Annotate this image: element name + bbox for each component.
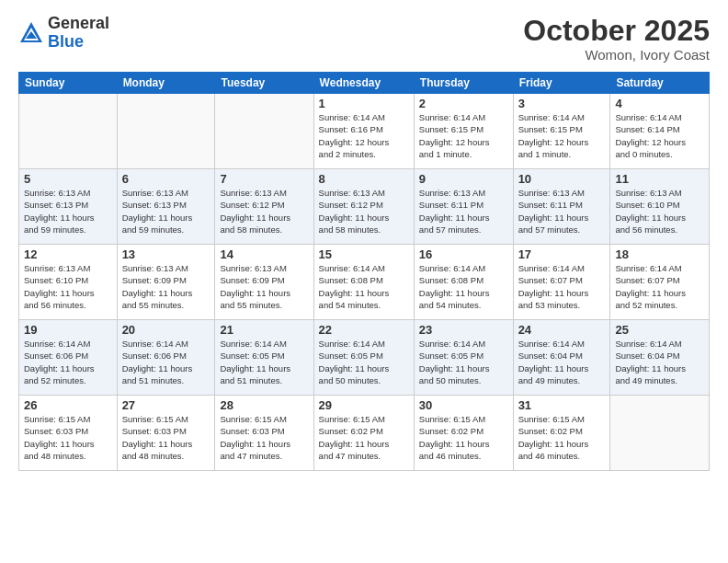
- day-info: Sunrise: 6:15 AM Sunset: 6:02 PM Dayligh…: [319, 413, 409, 462]
- table-row: 16Sunrise: 6:14 AM Sunset: 6:08 PM Dayli…: [414, 245, 513, 320]
- day-number: 17: [518, 247, 606, 261]
- table-row: [117, 94, 215, 169]
- day-number: 21: [220, 323, 308, 337]
- table-row: 22Sunrise: 6:14 AM Sunset: 6:05 PM Dayli…: [313, 320, 414, 396]
- table-row: 18Sunrise: 6:14 AM Sunset: 6:07 PM Dayli…: [610, 245, 710, 320]
- table-row: [19, 94, 118, 169]
- day-info: Sunrise: 6:14 AM Sunset: 6:05 PM Dayligh…: [220, 338, 308, 386]
- day-info: Sunrise: 6:15 AM Sunset: 6:02 PM Dayligh…: [518, 413, 606, 462]
- table-row: [610, 396, 710, 471]
- day-info: Sunrise: 6:13 AM Sunset: 6:12 PM Dayligh…: [319, 187, 409, 236]
- day-number: 31: [518, 398, 606, 412]
- day-number: 14: [220, 247, 308, 261]
- day-number: 15: [319, 247, 409, 261]
- table-row: 7Sunrise: 6:13 AM Sunset: 6:12 PM Daylig…: [215, 169, 313, 245]
- day-number: 3: [518, 97, 606, 110]
- day-number: 29: [319, 398, 409, 412]
- table-row: 28Sunrise: 6:15 AM Sunset: 6:03 PM Dayli…: [215, 396, 313, 471]
- day-info: Sunrise: 6:14 AM Sunset: 6:15 PM Dayligh…: [518, 111, 606, 160]
- calendar-header-row: Sunday Monday Tuesday Wednesday Thursday…: [19, 73, 710, 94]
- logo-text: General Blue: [48, 15, 109, 52]
- day-info: Sunrise: 6:14 AM Sunset: 6:04 PM Dayligh…: [518, 338, 606, 386]
- day-number: 10: [518, 172, 606, 186]
- table-row: 13Sunrise: 6:13 AM Sunset: 6:09 PM Dayli…: [117, 245, 215, 320]
- day-info: Sunrise: 6:14 AM Sunset: 6:06 PM Dayligh…: [24, 338, 112, 386]
- day-number: 30: [419, 398, 508, 412]
- day-info: Sunrise: 6:15 AM Sunset: 6:03 PM Dayligh…: [122, 413, 210, 462]
- day-info: Sunrise: 6:15 AM Sunset: 6:02 PM Dayligh…: [419, 413, 508, 462]
- table-row: 9Sunrise: 6:13 AM Sunset: 6:11 PM Daylig…: [414, 169, 513, 245]
- calendar-week-row: 1Sunrise: 6:14 AM Sunset: 6:16 PM Daylig…: [19, 94, 710, 169]
- table-row: 4Sunrise: 6:14 AM Sunset: 6:14 PM Daylig…: [610, 94, 710, 169]
- table-row: 25Sunrise: 6:14 AM Sunset: 6:04 PM Dayli…: [610, 320, 710, 396]
- day-info: Sunrise: 6:14 AM Sunset: 6:08 PM Dayligh…: [319, 262, 409, 311]
- day-info: Sunrise: 6:14 AM Sunset: 6:05 PM Dayligh…: [419, 338, 508, 386]
- day-number: 23: [419, 323, 508, 337]
- table-row: 19Sunrise: 6:14 AM Sunset: 6:06 PM Dayli…: [19, 320, 118, 396]
- day-number: 19: [24, 323, 112, 337]
- day-info: Sunrise: 6:13 AM Sunset: 6:09 PM Dayligh…: [220, 262, 308, 311]
- day-number: 12: [24, 247, 112, 261]
- day-number: 24: [518, 323, 606, 337]
- day-info: Sunrise: 6:13 AM Sunset: 6:11 PM Dayligh…: [419, 187, 508, 236]
- table-row: 24Sunrise: 6:14 AM Sunset: 6:04 PM Dayli…: [513, 320, 610, 396]
- table-row: 15Sunrise: 6:14 AM Sunset: 6:08 PM Dayli…: [313, 245, 414, 320]
- day-info: Sunrise: 6:13 AM Sunset: 6:13 PM Dayligh…: [122, 187, 210, 236]
- table-row: 2Sunrise: 6:14 AM Sunset: 6:15 PM Daylig…: [414, 94, 513, 169]
- day-number: 20: [122, 323, 210, 337]
- day-number: 9: [419, 172, 508, 186]
- day-number: 11: [615, 172, 704, 186]
- calendar-week-row: 19Sunrise: 6:14 AM Sunset: 6:06 PM Dayli…: [19, 320, 710, 396]
- day-number: 16: [419, 247, 508, 261]
- table-row: 10Sunrise: 6:13 AM Sunset: 6:11 PM Dayli…: [513, 169, 610, 245]
- table-row: 14Sunrise: 6:13 AM Sunset: 6:09 PM Dayli…: [215, 245, 313, 320]
- day-number: 5: [24, 172, 112, 186]
- table-row: [215, 94, 313, 169]
- table-row: 29Sunrise: 6:15 AM Sunset: 6:02 PM Dayli…: [313, 396, 414, 471]
- table-row: 21Sunrise: 6:14 AM Sunset: 6:05 PM Dayli…: [215, 320, 313, 396]
- col-monday: Monday: [117, 73, 215, 94]
- table-row: 6Sunrise: 6:13 AM Sunset: 6:13 PM Daylig…: [117, 169, 215, 245]
- page: General Blue October 2025 Womon, Ivory C…: [0, 0, 728, 563]
- logo-blue-label: Blue: [48, 33, 109, 52]
- day-info: Sunrise: 6:13 AM Sunset: 6:10 PM Dayligh…: [24, 262, 112, 311]
- day-info: Sunrise: 6:15 AM Sunset: 6:03 PM Dayligh…: [24, 413, 112, 462]
- day-number: 26: [24, 398, 112, 412]
- location-subtitle: Womon, Ivory Coast: [523, 47, 710, 63]
- table-row: 31Sunrise: 6:15 AM Sunset: 6:02 PM Dayli…: [513, 396, 610, 471]
- table-row: 17Sunrise: 6:14 AM Sunset: 6:07 PM Dayli…: [513, 245, 610, 320]
- logo-general-label: General: [48, 15, 109, 33]
- day-info: Sunrise: 6:15 AM Sunset: 6:03 PM Dayligh…: [220, 413, 308, 462]
- logo-icon: [18, 20, 44, 46]
- day-info: Sunrise: 6:13 AM Sunset: 6:10 PM Dayligh…: [615, 187, 704, 236]
- day-number: 4: [615, 97, 704, 110]
- day-number: 7: [220, 172, 308, 186]
- col-sunday: Sunday: [19, 73, 118, 94]
- calendar-week-row: 5Sunrise: 6:13 AM Sunset: 6:13 PM Daylig…: [19, 169, 710, 245]
- day-info: Sunrise: 6:14 AM Sunset: 6:04 PM Dayligh…: [615, 338, 704, 386]
- day-number: 27: [122, 398, 210, 412]
- day-info: Sunrise: 6:14 AM Sunset: 6:07 PM Dayligh…: [518, 262, 606, 311]
- col-wednesday: Wednesday: [313, 73, 414, 94]
- table-row: 20Sunrise: 6:14 AM Sunset: 6:06 PM Dayli…: [117, 320, 215, 396]
- day-info: Sunrise: 6:14 AM Sunset: 6:07 PM Dayligh…: [615, 262, 704, 311]
- day-info: Sunrise: 6:13 AM Sunset: 6:11 PM Dayligh…: [518, 187, 606, 236]
- day-number: 25: [615, 323, 704, 337]
- col-friday: Friday: [513, 73, 610, 94]
- day-number: 8: [319, 172, 409, 186]
- month-title: October 2025: [523, 15, 710, 47]
- calendar-week-row: 26Sunrise: 6:15 AM Sunset: 6:03 PM Dayli…: [19, 396, 710, 471]
- table-row: 3Sunrise: 6:14 AM Sunset: 6:15 PM Daylig…: [513, 94, 610, 169]
- day-info: Sunrise: 6:14 AM Sunset: 6:16 PM Dayligh…: [319, 111, 409, 160]
- day-info: Sunrise: 6:14 AM Sunset: 6:08 PM Dayligh…: [419, 262, 508, 311]
- logo: General Blue: [18, 15, 109, 52]
- day-number: 22: [319, 323, 409, 337]
- table-row: 27Sunrise: 6:15 AM Sunset: 6:03 PM Dayli…: [117, 396, 215, 471]
- calendar-table: Sunday Monday Tuesday Wednesday Thursday…: [18, 72, 710, 471]
- day-number: 13: [122, 247, 210, 261]
- day-number: 28: [220, 398, 308, 412]
- day-info: Sunrise: 6:13 AM Sunset: 6:13 PM Dayligh…: [24, 187, 112, 236]
- title-area: October 2025 Womon, Ivory Coast: [523, 15, 710, 63]
- day-info: Sunrise: 6:13 AM Sunset: 6:12 PM Dayligh…: [220, 187, 308, 236]
- day-info: Sunrise: 6:14 AM Sunset: 6:15 PM Dayligh…: [419, 111, 508, 160]
